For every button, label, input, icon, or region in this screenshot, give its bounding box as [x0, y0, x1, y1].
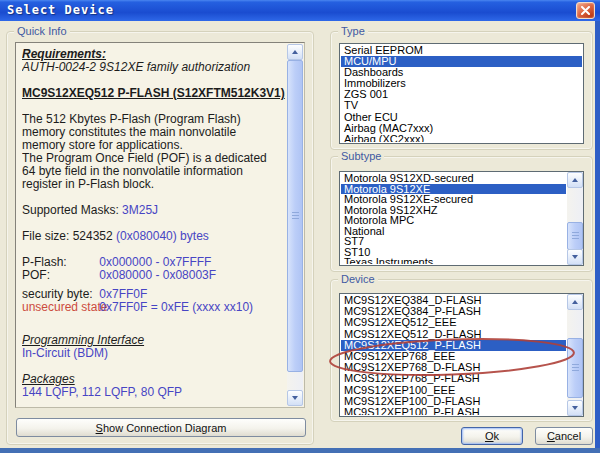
packages-value: 144 LQFP, 112 LQFP, 80 QFP	[22, 386, 285, 399]
list-item[interactable]: MC9S12XEP100_P-FLASH	[341, 407, 566, 415]
device-list-items: MC9S12XEQ384_D-FLASHMC9S12XEQ384_P-FLASH…	[341, 295, 582, 415]
list-item[interactable]: MC9S12XEQ384_P-FLASH	[341, 306, 566, 317]
file-size-value: (0x080040) bytes	[116, 229, 209, 243]
description-line: register in P-Flash block.	[22, 178, 285, 191]
list-item[interactable]: MC9S12XEP768_EEE	[341, 351, 566, 362]
subtype-scrollbar[interactable]	[567, 172, 583, 265]
arrow-down-icon	[572, 255, 578, 259]
arrow-up-icon	[292, 50, 298, 54]
list-item[interactable]: MC9S12XEP100_EEE	[341, 385, 566, 396]
quick-info-content: Requirements: AUTH-0024-2 9S12XE family …	[22, 48, 285, 399]
device-listbox[interactable]: MC9S12XEQ384_D-FLASHMC9S12XEQ384_P-FLASH…	[339, 293, 584, 417]
pof-line: POF: 0x080000 - 0x08003F	[22, 269, 285, 282]
device-description: The 512 Kbytes P-Flash (Program Flash)me…	[22, 113, 285, 191]
quick-info-scrollbar[interactable]	[287, 44, 303, 406]
list-item[interactable]: Serial EEPROM	[341, 45, 582, 56]
select-device-dialog: Select Device Quick Info Requirements: A…	[0, 0, 600, 453]
window-title: Select Device	[7, 3, 114, 17]
scrollbar-thumb[interactable]	[287, 60, 303, 372]
window-border-bottom	[0, 448, 600, 453]
close-button[interactable]	[576, 2, 595, 19]
type-listbox[interactable]: Serial EEPROMMCU/MPUDashboardsImmobilize…	[339, 43, 584, 144]
cancel-button[interactable]: Cancel	[535, 427, 593, 445]
list-item[interactable]: Motorola MPC	[341, 215, 566, 226]
subtype-listbox[interactable]: Motorola 9S12XD-securedMotorola 9S12XEMo…	[339, 171, 584, 266]
thumb-grip-icon	[292, 212, 299, 220]
list-item[interactable]: Motorola 9S12XHZ	[341, 205, 566, 216]
list-item[interactable]: Airbag (MAC7xxx)	[341, 123, 582, 134]
subtype-group: Subtype Motorola 9S12XD-securedMotorola …	[330, 156, 593, 272]
file-size-line: File size: 524352 (0x080040) bytes	[22, 230, 285, 243]
thumb-grip-icon	[572, 232, 579, 240]
scroll-down-button[interactable]	[567, 249, 583, 265]
list-item[interactable]: MC9S12XEP100_D-FLASH	[341, 396, 566, 407]
auth-line: AUTH-0024-2 9S12XE family authorization	[22, 61, 285, 74]
window-border-right	[595, 0, 600, 453]
list-item[interactable]: Immobilizers	[341, 78, 582, 89]
supported-masks-line: Supported Masks: 3M25J	[22, 204, 285, 217]
list-item[interactable]: National	[341, 226, 566, 237]
scroll-up-button[interactable]	[567, 294, 583, 310]
pflash-range: 0x000000 - 0x7FFFF	[99, 255, 211, 269]
list-item[interactable]: MCU/MPU	[341, 56, 582, 67]
device-group: Device MC9S12XEQ384_D-FLASHMC9S12XEQ384_…	[330, 279, 593, 422]
list-item[interactable]: Texas Instruments	[341, 257, 566, 264]
show-connection-diagram-button[interactable]: Show Connection Diagram	[16, 418, 306, 437]
list-item[interactable]: Motorola 9S12XE-secured	[341, 194, 566, 205]
list-item[interactable]: MC9S12XEQ512_EEE	[341, 317, 566, 328]
arrow-down-icon	[292, 396, 298, 400]
list-item[interactable]: Motorola 9S12XD-secured	[341, 173, 566, 184]
unsecured-state-label: unsecured state	[22, 301, 96, 314]
list-item[interactable]: MC9S12XEQ512_P-FLASH	[341, 340, 566, 351]
list-item[interactable]: TV	[341, 100, 582, 111]
scrollbar-thumb[interactable]	[567, 222, 583, 250]
device-heading: MC9S12XEQ512 P-FLASH (S12XFTM512K3V1)	[22, 87, 285, 100]
device-label: Device	[338, 273, 378, 286]
quick-info-group: Quick Info Requirements: AUTH-0024-2 9S1…	[6, 31, 314, 445]
arrow-up-icon	[572, 300, 578, 304]
list-item[interactable]: ST10	[341, 247, 566, 258]
scroll-up-button[interactable]	[567, 172, 583, 188]
programming-interface-value: In-Circuit (BDM)	[22, 347, 285, 360]
type-label: Type	[338, 25, 368, 38]
list-item[interactable]: ST7	[341, 236, 566, 247]
scrollbar-thumb[interactable]	[567, 338, 583, 398]
type-group: Type Serial EEPROMMCU/MPUDashboardsImmob…	[330, 31, 593, 150]
list-item[interactable]: MC9S12XEP768_D-FLASH	[341, 362, 566, 373]
list-item[interactable]: Airbag (XC2xxx)	[341, 134, 582, 142]
list-item[interactable]: MC9S12XEQ384_D-FLASH	[341, 295, 566, 306]
scroll-down-button[interactable]	[567, 400, 583, 416]
quick-info-label: Quick Info	[14, 25, 70, 38]
type-list-items: Serial EEPROMMCU/MPUDashboardsImmobilize…	[341, 45, 582, 142]
unsecured-state-value: 0x7FF0F = 0xFE (xxxx xx10)	[99, 300, 253, 314]
scroll-down-button[interactable]	[287, 390, 303, 406]
list-item[interactable]: Other ECU	[341, 112, 582, 123]
quick-info-panel[interactable]: Requirements: AUTH-0024-2 9S12XE family …	[15, 42, 305, 408]
pof-range: 0x080000 - 0x08003F	[99, 268, 216, 282]
list-item[interactable]: MC9S12XEP768_P-FLASH	[341, 373, 566, 384]
ok-button[interactable]: Ok	[461, 427, 523, 445]
arrow-up-icon	[572, 178, 578, 182]
unsecured-state-line: unsecured state 0x7FF0F = 0xFE (xxxx xx1…	[22, 301, 285, 314]
list-item[interactable]: Motorola 9S12XE	[341, 184, 566, 195]
titlebar[interactable]: Select Device	[0, 0, 600, 21]
list-item[interactable]: Dashboards	[341, 67, 582, 78]
scroll-up-button[interactable]	[287, 44, 303, 60]
subtype-list-items: Motorola 9S12XD-securedMotorola 9S12XEMo…	[341, 173, 582, 264]
list-item[interactable]: ZGS 001	[341, 89, 582, 100]
device-scrollbar[interactable]	[567, 294, 583, 416]
list-item[interactable]: MC9S12XEQ512_D-FLASH	[341, 329, 566, 340]
supported-masks-value: 3M25J	[122, 203, 158, 217]
security-byte-value: 0x7FF0F	[99, 287, 147, 301]
subtype-label: Subtype	[338, 150, 384, 163]
arrow-down-icon	[572, 406, 578, 410]
close-icon	[581, 6, 590, 15]
thumb-grip-icon	[572, 364, 579, 372]
